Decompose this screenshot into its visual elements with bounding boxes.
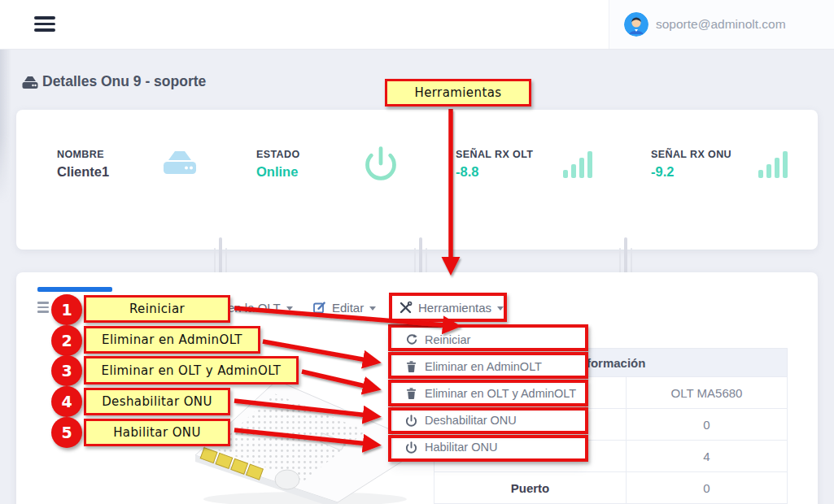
annotation-callout-4: Deshabilitar ONU bbox=[84, 388, 230, 415]
row-value: 0 bbox=[627, 472, 787, 503]
page-title: Detalles Onu 9 - soporte bbox=[42, 73, 206, 90]
annotation-rect-reiniciar bbox=[388, 324, 588, 351]
user-menu[interactable]: soporte@adminolt.com bbox=[609, 0, 834, 49]
signal-bars-icon bbox=[755, 149, 791, 180]
editar-button[interactable]: Editar bbox=[312, 293, 376, 321]
signal-bars-icon bbox=[560, 149, 596, 180]
chevron-down-icon bbox=[369, 306, 376, 311]
annotation-label: Habilitar ONU bbox=[113, 425, 201, 440]
stat-senal-rx-onu: SEÑAL RX ONU -9.2 bbox=[651, 149, 731, 180]
row-value: 0 bbox=[627, 409, 787, 440]
annotation-number-5: 5 bbox=[51, 417, 82, 448]
active-tab-indicator bbox=[37, 287, 112, 292]
annotation-label: Herramientas bbox=[415, 85, 502, 100]
avatar bbox=[624, 12, 648, 37]
user-email: soporte@adminolt.com bbox=[656, 17, 786, 32]
editar-button-label: Editar bbox=[332, 301, 364, 315]
annotation-rect-eliminar-adminolt bbox=[388, 352, 588, 379]
annotation-callout-1: Reiniciar bbox=[84, 295, 230, 323]
stat-value: -9.2 bbox=[651, 164, 731, 180]
stat-value: Online bbox=[256, 164, 300, 180]
annotation-label: Eliminar en OLT y AdminOLT bbox=[102, 363, 282, 378]
edit-icon bbox=[312, 301, 326, 315]
annotation-callout-2: Eliminar en AdminOLT bbox=[84, 326, 260, 354]
sidebar-shadow bbox=[0, 50, 11, 204]
stats-card: NOMBRE Cliente1 ESTADO Online SEÑAL RX O… bbox=[16, 110, 818, 250]
stat-senal-rx-olt: SEÑAL RX OLT -8.8 bbox=[456, 149, 533, 180]
stat-label: NOMBRE bbox=[57, 149, 109, 160]
stat-value: -8.8 bbox=[456, 164, 533, 180]
row-value: OLT MA5680 bbox=[627, 377, 787, 408]
annotation-callout-3: Eliminar en OLT y AdminOLT bbox=[84, 356, 299, 385]
annotation-label: Deshabilitar ONU bbox=[102, 394, 212, 409]
annotation-label: Eliminar en AdminOLT bbox=[102, 332, 242, 347]
row-value: 4 bbox=[627, 441, 787, 471]
annotation-number-1: 1 bbox=[51, 294, 82, 325]
hamburger-menu-icon[interactable] bbox=[34, 16, 55, 33]
topbar: soporte@adminolt.com bbox=[0, 0, 834, 50]
stat-nombre: NOMBRE Cliente1 bbox=[57, 149, 109, 180]
row-label: Puerto bbox=[434, 472, 627, 503]
annotation-number-4: 4 bbox=[51, 386, 82, 417]
table-row: Puerto 0 bbox=[434, 472, 788, 504]
list-icon[interactable] bbox=[37, 302, 49, 315]
router-icon bbox=[21, 75, 39, 89]
annotation-rect-eliminar-olt-adminolt bbox=[388, 380, 588, 406]
stat-value: Cliente1 bbox=[57, 164, 109, 180]
power-icon bbox=[363, 146, 399, 181]
annotation-tooltip-herramientas: Herramientas bbox=[385, 79, 531, 106]
stat-label: ESTADO bbox=[256, 149, 300, 160]
annotation-rect-deshabilitar bbox=[388, 407, 588, 434]
stat-estado: ESTADO Online bbox=[256, 149, 300, 180]
stat-label: SEÑAL RX ONU bbox=[651, 149, 731, 160]
annotation-rect-habilitar bbox=[388, 435, 588, 462]
annotation-label: Reiniciar bbox=[129, 302, 185, 316]
annotation-number-3: 3 bbox=[51, 355, 82, 386]
annotation-callout-5: Habilitar ONU bbox=[84, 419, 230, 446]
annotation-rect-herramientas-button bbox=[389, 293, 507, 322]
chevron-down-icon bbox=[286, 306, 293, 311]
ver-en-la-olt-button[interactable]: en la OLT bbox=[228, 293, 293, 321]
router-icon bbox=[161, 148, 199, 177]
annotation-number-2: 2 bbox=[51, 325, 82, 356]
stat-label: SEÑAL RX OLT bbox=[456, 149, 533, 160]
olt-button-label: en la OLT bbox=[228, 301, 281, 315]
